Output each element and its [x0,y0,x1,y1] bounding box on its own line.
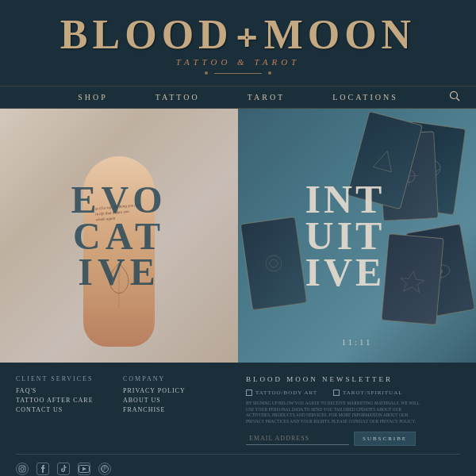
divider-line [214,73,262,74]
brand-right: MOON [264,12,416,57]
nav-locations[interactable]: LOCATIONS [332,93,398,102]
footer-top: CLIENT SERVICES FAQ'S TATTOO AFTER CARE … [16,375,460,446]
card-face-6 [241,217,306,309]
brand-left: BLOOD [60,12,233,57]
search-icon[interactable] [449,90,460,105]
footer-col-client-services: CLIENT SERVICES FAQ'S TATTOO AFTER CARE … [16,375,123,446]
tiktok-icon[interactable] [57,463,70,475]
footer-link-franchise[interactable]: FRANCHISE [123,406,230,413]
footer-col-company: COMPANY PRIVACY POLICY ABOUT US FRANCHIS… [123,375,230,446]
newsletter-options: TATTOO/BODY ART TAROT/SPIRITUAL [246,390,460,396]
tarot-card-5 [381,233,443,325]
panel-right-tarot[interactable]: INT UIT IVE 11:11 [238,109,476,363]
email-input[interactable] [246,432,349,445]
divider-dot-left [205,71,208,75]
checkbox-tarot[interactable]: TAROT/SPIRITUAL [333,390,403,396]
footer-link-aftercare[interactable]: TATTOO AFTER CARE [16,397,123,404]
svg-marker-8 [373,148,396,171]
svg-point-0 [451,91,458,98]
instagram-icon[interactable] [16,463,29,475]
main-nav: SHOP TATTOO TAROT LOCATIONS [0,86,476,109]
subscribe-button[interactable]: SUBSCRIBE [354,432,416,446]
site-footer: CLIENT SERVICES FAQ'S TATTOO AFTER CARE … [0,363,476,472]
nav-shop[interactable]: SHOP [78,93,108,102]
svg-line-1 [457,98,460,101]
newsletter-section: BLOOD MOON NEWSLETTER TATTOO/BODY ART TA… [230,375,460,446]
time-code: 11:11 [341,337,372,347]
checkbox-tarot-box[interactable] [333,390,340,396]
footer-link-faqs[interactable]: FAQ'S [16,387,123,394]
footer-link-about[interactable]: ABOUT US [123,397,230,404]
checkbox-tattoo-box[interactable] [246,390,252,396]
checkbox-tarot-label: TAROT/SPIRITUAL [343,390,403,396]
footer-bottom [16,454,460,475]
brand-title: BLOOD✛MOON [0,14,476,56]
newsletter-title: BLOOD MOON NEWSLETTER [246,375,460,383]
panel-right-intuitive: INT UIT IVE [305,181,386,290]
tarot-card-6 [240,217,308,311]
svg-point-18 [102,465,109,472]
nav-tattoo[interactable]: TATTOO [155,93,200,102]
nav-tarot[interactable]: TAROT [248,93,286,102]
svg-point-14 [21,467,24,470]
brand-subtitle: TATTOO & TAROT [0,57,476,67]
panel-left-tattoo[interactable]: as if to say the thing you findin life t… [0,109,238,363]
footer-link-contact[interactable]: CONTACT US [16,406,123,413]
facebook-icon[interactable] [36,463,49,475]
card-face-5 [382,234,443,324]
svg-point-12 [265,255,283,273]
footer-col1-title: CLIENT SERVICES [16,375,123,382]
newsletter-form: SUBSCRIBE [246,432,460,446]
panel-left-evocative: EVO CAT IVE [71,182,167,290]
cross-icon: ✛ [236,27,261,51]
checkbox-tattoo-label: TATTOO/BODY ART [255,390,317,396]
footer-col2-title: COMPANY [123,375,230,382]
svg-point-15 [24,466,25,467]
youtube-icon[interactable] [78,463,90,475]
site-header: BLOOD✛MOON TATTOO & TAROT [0,0,476,86]
divider-dot-right [268,71,271,75]
checkbox-tattoo[interactable]: TATTOO/BODY ART [246,390,317,396]
main-panels: as if to say the thing you findin life t… [0,109,476,363]
footer-link-privacy[interactable]: PRIVACY POLICY [123,387,230,394]
pinterest-icon[interactable] [98,463,111,475]
svg-marker-17 [83,466,86,470]
newsletter-fine-print: BY SIGNING UP BELOW YOU AGREE TO RECEIVE… [246,401,420,425]
header-divider [0,71,476,75]
